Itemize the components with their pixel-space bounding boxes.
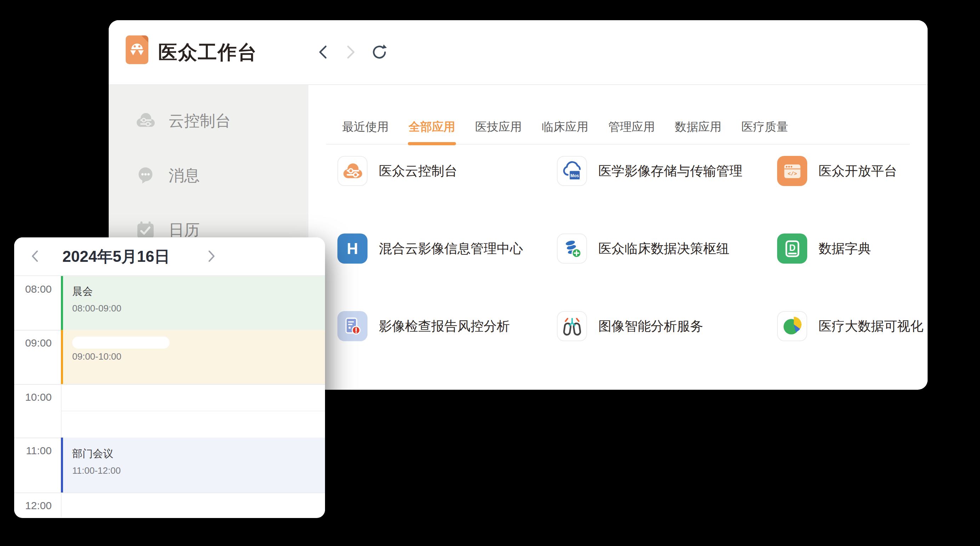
app-label: 医众开放平台 bbox=[819, 162, 897, 180]
calendar-icon bbox=[135, 220, 156, 240]
app-label: 影像检查报告风控分析 bbox=[379, 318, 510, 335]
redacted-title-pill bbox=[72, 337, 170, 349]
event-time: 11:00-12:00 bbox=[72, 465, 325, 476]
desktop-background: 医众工作台 bbox=[0, 0, 980, 546]
time-label: 09:00 bbox=[14, 337, 52, 349]
d-glyph: D bbox=[789, 243, 795, 252]
app-label: 医疗大数据可视化 bbox=[819, 318, 923, 335]
tab-all-apps[interactable]: 全部应用 bbox=[409, 120, 455, 134]
app-report-risk-analysis[interactable]: 影像检查报告风控分析 bbox=[337, 311, 510, 341]
back-button[interactable] bbox=[316, 45, 329, 61]
app-image-ai-analysis[interactable]: 图像智能分析服务 bbox=[557, 311, 703, 341]
calendar-header: 2024年5月16日 bbox=[14, 237, 325, 276]
app-label: 图像智能分析服务 bbox=[598, 318, 703, 335]
data-dictionary-icon: D bbox=[777, 233, 807, 263]
pie-chart-icon bbox=[777, 311, 807, 341]
app-logo bbox=[126, 35, 148, 64]
tab-admin-apps[interactable]: 管理应用 bbox=[608, 120, 655, 134]
chevron-left-icon bbox=[319, 45, 327, 61]
time-label: 10:00 bbox=[14, 391, 52, 403]
report-risk-icon bbox=[337, 311, 368, 341]
app-bigdata-visualization[interactable]: 医疗大数据可视化 bbox=[777, 311, 923, 341]
pacs-cloud-icon: Mos bbox=[557, 156, 587, 186]
sidebar-item-messages[interactable]: 消息 bbox=[135, 163, 200, 188]
event-time: 09:00-10:00 bbox=[72, 351, 325, 362]
tab-medtech-apps[interactable]: 医技应用 bbox=[475, 120, 522, 134]
hour-gridline bbox=[14, 384, 325, 385]
tab-data-apps[interactable]: 数据应用 bbox=[675, 120, 722, 134]
cloud-console-icon bbox=[135, 111, 156, 131]
app-label: 数据字典 bbox=[819, 240, 871, 258]
pacs-badge-text: Mos bbox=[570, 173, 579, 178]
window-title: 医众工作台 bbox=[158, 20, 258, 85]
time-label: 12:00 bbox=[14, 500, 52, 512]
half-hour-gridline bbox=[62, 411, 325, 411]
app-clinical-data-hub[interactable]: 医众临床数据决策枢纽 bbox=[557, 233, 729, 263]
open-platform-icon: </> bbox=[777, 156, 807, 186]
calendar-day-view: 08:00 09:00 10:00 11:00 12:00 晨会 08:00-0… bbox=[14, 276, 325, 517]
forward-button[interactable] bbox=[344, 45, 358, 61]
event-morning-meeting[interactable]: 晨会 08:00-09:00 bbox=[61, 276, 325, 330]
event-time: 08:00-09:00 bbox=[72, 303, 325, 314]
calendar-date: 2024年5月16日 bbox=[45, 237, 187, 276]
app-pacs[interactable]: Mos 医学影像存储与传输管理 bbox=[557, 156, 743, 186]
tab-bar: 最近使用 全部应用 医技应用 临床应用 管理应用 数据应用 医疗质量 bbox=[342, 116, 788, 137]
sidebar-item-cloud-console[interactable]: 云控制台 bbox=[135, 109, 231, 133]
app-label: 混合云影像信息管理中心 bbox=[379, 240, 523, 258]
h-glyph: H bbox=[347, 240, 358, 258]
app-label: 医众临床数据决策枢纽 bbox=[598, 240, 729, 258]
event-redacted[interactable]: 09:00-10:00 bbox=[61, 330, 325, 384]
event-title: 晨会 bbox=[72, 284, 325, 299]
calendar-next-button[interactable] bbox=[201, 237, 222, 276]
calendar-panel: 2024年5月16日 08:00 09:00 10:00 11:00 12:00… bbox=[14, 237, 325, 518]
sidebar-item-label: 云控制台 bbox=[169, 110, 231, 131]
time-label: 08:00 bbox=[14, 283, 52, 295]
window-header: 医众工作台 bbox=[109, 20, 928, 85]
app-label: 医学影像存储与传输管理 bbox=[598, 162, 743, 180]
app-hybrid-cloud-imaging[interactable]: H 混合云影像信息管理中心 bbox=[337, 233, 523, 263]
clinical-data-hub-icon bbox=[557, 233, 587, 263]
app-content: 最近使用 全部应用 医技应用 临床应用 管理应用 数据应用 医疗质量 bbox=[309, 85, 928, 389]
calendar-prev-button[interactable] bbox=[24, 237, 45, 276]
lungs-ai-icon bbox=[557, 311, 587, 341]
chevron-right-icon bbox=[207, 249, 216, 265]
event-department-meeting[interactable]: 部门会议 11:00-12:00 bbox=[61, 437, 325, 492]
window-nav bbox=[316, 20, 385, 85]
message-icon bbox=[135, 166, 156, 185]
time-label: 11:00 bbox=[14, 445, 52, 457]
hour-gridline bbox=[14, 492, 325, 493]
app-open-platform[interactable]: </> 医众开放平台 bbox=[777, 156, 897, 186]
code-glyph: </> bbox=[788, 171, 797, 177]
app-label: 医众云控制台 bbox=[379, 162, 457, 180]
app-data-dictionary[interactable]: D 数据字典 bbox=[777, 233, 871, 263]
cloud-console-icon bbox=[337, 156, 368, 186]
tab-quality[interactable]: 医疗质量 bbox=[741, 120, 788, 134]
refresh-icon bbox=[371, 44, 387, 62]
tab-recent[interactable]: 最近使用 bbox=[342, 120, 389, 134]
event-title: 部门会议 bbox=[72, 447, 325, 461]
hybrid-cloud-icon: H bbox=[337, 233, 368, 263]
chevron-left-icon bbox=[30, 249, 39, 265]
app-cloud-console[interactable]: 医众云控制台 bbox=[337, 156, 457, 186]
refresh-button[interactable] bbox=[372, 45, 385, 61]
sidebar-item-label: 消息 bbox=[169, 165, 200, 186]
tab-clinical-apps[interactable]: 临床应用 bbox=[542, 120, 589, 134]
chevron-right-icon bbox=[347, 45, 355, 61]
